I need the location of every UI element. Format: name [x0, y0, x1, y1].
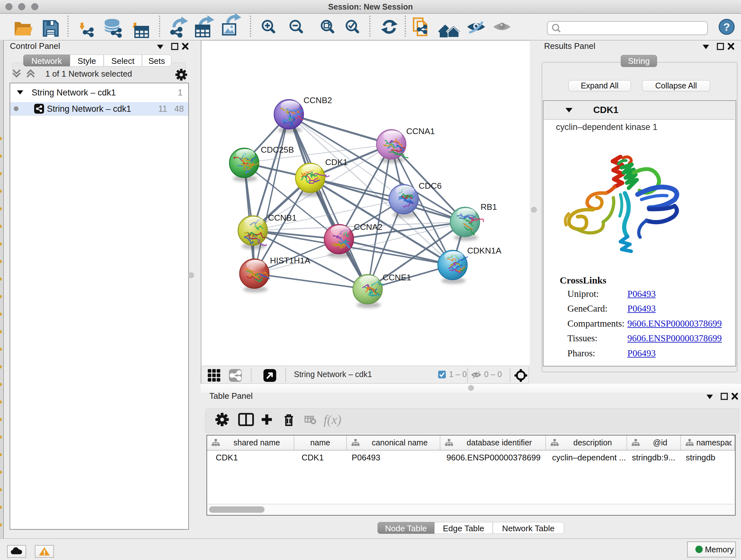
svg-text:CDC6: CDC6: [419, 181, 442, 191]
svg-text:CDC25B: CDC25B: [261, 145, 294, 154]
svg-text:RB1: RB1: [481, 202, 497, 212]
svg-text:CCNA1: CCNA1: [406, 126, 434, 136]
svg-text:CDK1: CDK1: [325, 158, 347, 167]
svg-text:CCNB2: CCNB2: [304, 96, 332, 105]
svg-text:?: ?: [724, 21, 730, 33]
svg-text:CCNB1: CCNB1: [268, 213, 296, 223]
svg-text:f(x): f(x): [324, 413, 341, 427]
svg-text:CCNE1: CCNE1: [383, 273, 411, 282]
svg-text:CCNA2: CCNA2: [354, 222, 382, 232]
svg-text:CDKN1A: CDKN1A: [467, 246, 501, 255]
svg-text:HIST1H1A: HIST1H1A: [270, 256, 311, 265]
